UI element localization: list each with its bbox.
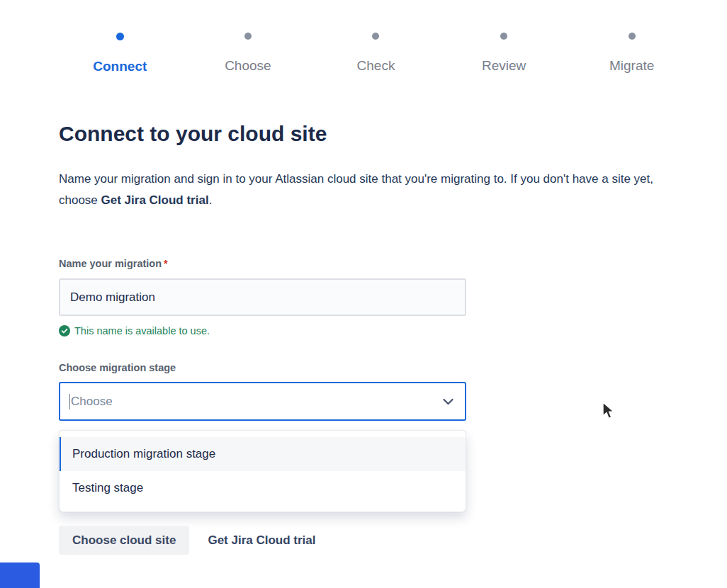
get-jira-cloud-trial-button[interactable]: Get Jira Cloud trial bbox=[208, 533, 315, 548]
stage-option-production[interactable]: Production migration stage bbox=[60, 437, 466, 471]
stage-option-testing[interactable]: Testing stage bbox=[60, 471, 466, 505]
cloud-site-actions: Choose cloud site Get Jira Cloud trial bbox=[59, 526, 316, 555]
step-check-label: Check bbox=[357, 58, 395, 74]
step-review[interactable]: Review bbox=[440, 33, 568, 74]
page-title: Connect to your cloud site bbox=[59, 122, 327, 146]
page-description: Name your migration and sign in to your … bbox=[59, 169, 682, 211]
step-connect[interactable]: Connect bbox=[56, 33, 184, 74]
name-availability-text: This name is available to use. bbox=[74, 325, 210, 337]
name-field-label: Name your migration* bbox=[59, 258, 168, 269]
step-check-dot-icon bbox=[372, 33, 379, 40]
stage-field-label: Choose migration stage bbox=[59, 362, 176, 373]
step-connect-label: Connect bbox=[93, 59, 147, 74]
migration-name-input[interactable] bbox=[59, 278, 466, 316]
step-choose-dot-icon bbox=[244, 33, 252, 40]
migration-wizard-page: Connect Choose Check Review Migrate Conn… bbox=[0, 0, 727, 588]
mouse-cursor-icon bbox=[601, 401, 616, 421]
step-choose[interactable]: Choose bbox=[184, 33, 312, 74]
stage-select-placeholder: Choose bbox=[71, 395, 443, 409]
step-choose-label: Choose bbox=[225, 58, 271, 74]
description-bold-text: Get Jira Cloud trial bbox=[101, 193, 209, 207]
stage-select[interactable]: Choose bbox=[59, 382, 466, 421]
choose-cloud-site-button[interactable]: Choose cloud site bbox=[59, 526, 189, 555]
step-migrate-dot-icon bbox=[629, 33, 636, 40]
stage-dropdown-menu: Production migration stage Testing stage bbox=[59, 430, 466, 512]
name-availability-message: This name is available to use. bbox=[59, 325, 210, 337]
step-review-dot-icon bbox=[500, 33, 507, 40]
step-check[interactable]: Check bbox=[312, 33, 440, 74]
name-field-label-text: Name your migration bbox=[59, 258, 162, 269]
text-caret bbox=[69, 394, 70, 409]
chevron-down-icon bbox=[443, 398, 453, 405]
partial-primary-button[interactable] bbox=[0, 562, 40, 588]
step-connect-dot-icon bbox=[116, 33, 124, 40]
wizard-stepper: Connect Choose Check Review Migrate bbox=[56, 33, 696, 74]
step-migrate[interactable]: Migrate bbox=[568, 33, 696, 74]
required-asterisk: * bbox=[164, 258, 168, 269]
step-review-label: Review bbox=[482, 58, 526, 74]
description-text-2: . bbox=[209, 193, 213, 207]
step-migrate-label: Migrate bbox=[609, 58, 654, 74]
check-circle-icon bbox=[59, 325, 70, 337]
